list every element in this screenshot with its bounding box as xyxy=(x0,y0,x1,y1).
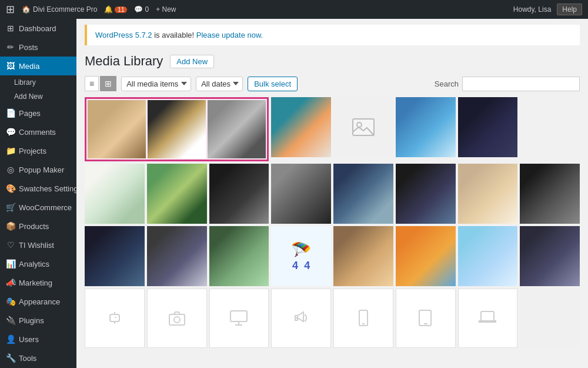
media-item-sky[interactable] xyxy=(458,226,518,286)
users-icon: 👤 xyxy=(6,334,15,344)
notice-bar: WordPress 5.7.2 is available! Please upd… xyxy=(85,25,580,45)
swatches-icon: 🎨 xyxy=(6,184,15,193)
wp-logo-icon[interactable]: ⊞ xyxy=(6,3,15,16)
media-item-empty-8[interactable] xyxy=(520,289,580,349)
admin-add-new[interactable]: + New xyxy=(156,5,176,14)
dashboard-icon: ⊞ xyxy=(6,24,15,33)
page-title: Media Library xyxy=(85,54,163,69)
wp-version-link[interactable]: WordPress 5.7.2 xyxy=(95,31,152,39)
media-item-desk[interactable] xyxy=(333,164,393,224)
comments-badge[interactable]: 💬 0 xyxy=(134,5,149,14)
sidebar-item-tools[interactable]: 🔧 Tools xyxy=(0,349,76,367)
sidebar-item-plugins[interactable]: 🔌 Plugins xyxy=(0,311,76,330)
popup-icon: ◎ xyxy=(6,165,15,174)
add-new-button[interactable]: Add New xyxy=(170,55,214,68)
media-item-vr[interactable] xyxy=(520,226,580,286)
media-row-2 xyxy=(85,164,580,224)
products-icon: 📦 xyxy=(6,221,15,231)
media-item-sunset[interactable] xyxy=(396,226,456,286)
site-name[interactable]: 🏠 Divi Ecommerce Pro xyxy=(22,5,97,14)
sidebar-item-products[interactable]: 📦 Products xyxy=(0,217,76,236)
search-input[interactable] xyxy=(462,77,580,91)
search-label: Search xyxy=(435,79,459,88)
marketing-icon: 📣 xyxy=(6,278,15,287)
media-item-mobile-icon[interactable] xyxy=(333,289,393,349)
media-item-dog2[interactable] xyxy=(148,100,206,158)
media-item-laptop-icon[interactable] xyxy=(458,289,518,349)
placeholder-image-icon xyxy=(352,115,375,139)
media-item-laptop[interactable] xyxy=(147,226,207,286)
list-view-button[interactable]: ≡ xyxy=(85,76,99,91)
sidebar-item-media[interactable]: 🖼 Media xyxy=(0,57,76,75)
media-item-typing[interactable] xyxy=(458,164,518,224)
howdy-text: Howdy, Lisa xyxy=(513,5,551,14)
media-item-mic2[interactable] xyxy=(271,164,331,224)
media-item-mic[interactable] xyxy=(209,164,269,224)
sidebar-item-comments[interactable]: 💬 Comments xyxy=(0,122,76,141)
main-layout: ⊞ Dashboard ✏ Posts 🖼 Media Library Add … xyxy=(0,19,588,368)
media-item-camera-man[interactable] xyxy=(85,164,145,224)
media-row-4 xyxy=(85,289,580,349)
svg-rect-8 xyxy=(230,311,247,321)
sidebar-item-analytics[interactable]: 📊 Analytics xyxy=(0,254,76,273)
media-item-parachute[interactable]: 🪂 44 xyxy=(271,226,331,286)
laptop-outline-icon xyxy=(478,309,497,327)
sidebar-item-marketing[interactable]: 📣 Marketing xyxy=(0,273,76,292)
house-icon: 🏠 xyxy=(22,5,31,14)
projects-icon: 📁 xyxy=(6,146,15,155)
media-item-placeholder[interactable] xyxy=(333,97,393,157)
media-item-coffee[interactable] xyxy=(333,226,393,286)
filter-bar: ≡ ⊞ All media items All dates Bulk selec… xyxy=(76,74,588,97)
sidebar-item-popup-maker[interactable]: ◎ Popup Maker xyxy=(0,160,76,179)
media-item-megaphone-icon[interactable] xyxy=(271,289,331,349)
media-item-dog1[interactable] xyxy=(88,100,146,158)
update-now-link[interactable]: Please update now. xyxy=(196,31,263,39)
date-filter[interactable]: All dates xyxy=(196,77,243,91)
woo-icon: 🛒 xyxy=(6,203,15,212)
media-type-filter[interactable]: All media items xyxy=(121,77,191,91)
bulk-select-button[interactable]: Bulk select xyxy=(248,77,298,91)
sidebar-item-swatches-settings[interactable]: 🎨 Swatches Settings xyxy=(0,179,76,198)
svg-rect-0 xyxy=(353,119,374,135)
svg-rect-6 xyxy=(169,314,185,325)
sidebar-item-pages[interactable]: 📄 Pages xyxy=(0,104,76,122)
media-item-headphones[interactable] xyxy=(396,164,456,224)
media-icon: 🖼 xyxy=(6,61,15,71)
media-row-1 xyxy=(85,97,580,161)
media-item-camera-icon[interactable] xyxy=(147,289,207,349)
grid-view-button[interactable]: ⊞ xyxy=(100,76,116,91)
svg-rect-16 xyxy=(481,311,494,321)
media-item-mobile[interactable] xyxy=(85,226,145,286)
media-grid-container: 🪂 44 xyxy=(76,97,588,359)
media-item-plant[interactable] xyxy=(147,164,207,224)
sidebar-item-woocommerce[interactable]: 🛒 WooCommerce xyxy=(0,198,76,217)
media-item-tablet-icon[interactable] xyxy=(396,289,456,349)
posts-icon: ✏ xyxy=(6,42,15,52)
media-item-monitor-icon[interactable] xyxy=(209,289,269,349)
media-row-3: 🪂 44 xyxy=(85,226,580,286)
media-item-watch-icon[interactable] xyxy=(85,289,145,349)
media-item-hand-phone[interactable] xyxy=(209,226,269,286)
watch-icon xyxy=(105,309,124,327)
sidebar-item-users[interactable]: 👤 Users xyxy=(0,330,76,349)
sidebar-item-posts[interactable]: ✏ Posts xyxy=(0,38,76,57)
smartphone-icon xyxy=(354,309,373,327)
view-toggle: ≡ ⊞ xyxy=(85,76,116,91)
updates-badge[interactable]: 🔔 11 xyxy=(104,5,127,14)
help-button[interactable]: Help xyxy=(557,4,582,15)
sidebar-item-library[interactable]: Library xyxy=(0,75,76,89)
sidebar-item-add-new[interactable]: Add New xyxy=(0,89,76,104)
sidebar-item-appearance[interactable]: 🎭 Appearance xyxy=(0,292,76,311)
media-item-phone-dark[interactable] xyxy=(458,97,518,157)
megaphone-icon xyxy=(292,309,310,327)
search-area: Search xyxy=(435,77,580,91)
sidebar-item-ti-wishlist[interactable]: ♡ TI Wishlist xyxy=(0,236,76,254)
media-item-sofa[interactable] xyxy=(271,97,331,157)
content-area: WordPress 5.7.2 is available! Please upd… xyxy=(76,19,588,368)
media-item-camera2[interactable] xyxy=(520,164,580,224)
media-item-cat[interactable] xyxy=(208,100,266,158)
admin-bar-right: Howdy, Lisa Help xyxy=(513,4,582,15)
sidebar-item-projects[interactable]: 📁 Projects xyxy=(0,141,76,160)
sidebar-item-dashboard[interactable]: ⊞ Dashboard xyxy=(0,19,76,38)
media-item-phone1[interactable] xyxy=(396,97,456,157)
